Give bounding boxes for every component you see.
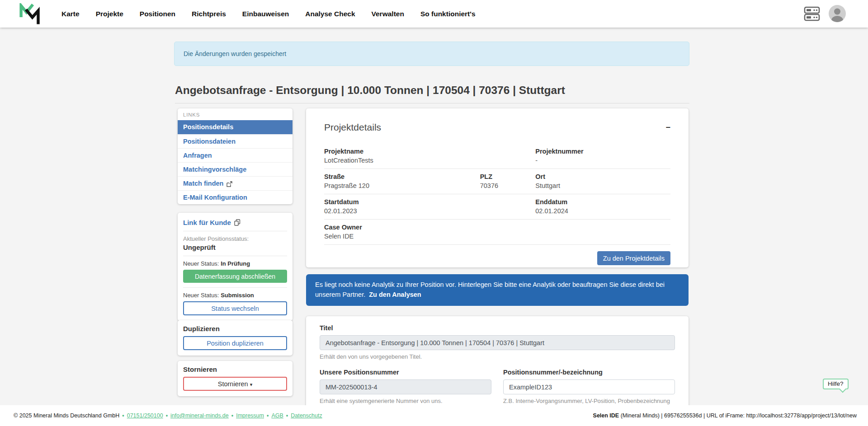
field-label: Ort	[535, 173, 670, 180]
footer-left: © 2025 Mineral Minds Deutschland GmbH • …	[14, 412, 322, 419]
cancel-card: Stornieren Stornieren▾	[178, 361, 292, 396]
sidebar-item-matchingvorschlaege[interactable]: Matchingvorschläge	[178, 162, 292, 176]
field-startdatum: Startdatum 02.01.2023	[324, 198, 535, 215]
footer-datenschutz-link[interactable]: Datenschutz	[291, 412, 322, 419]
nav-item-so-funktionierts[interactable]: So funktioniert's	[420, 10, 476, 18]
field-value: 70376	[480, 182, 536, 189]
nav-item-karte[interactable]: Karte	[61, 10, 80, 18]
new-status-label: Neuer Status:	[183, 292, 219, 299]
sidebar-item-positionsdateien[interactable]: Positionsdateien	[178, 134, 292, 148]
divider	[183, 287, 287, 288]
nav-item-analyse-check[interactable]: Analyse Check	[305, 10, 355, 18]
sidebar-item-label: Positionsdetails	[183, 120, 233, 134]
footer-separator: •	[122, 412, 124, 419]
top-navbar: Karte Projekte Positionen Richtpreis Ein…	[0, 0, 868, 28]
field-value: Stuttgart	[535, 182, 670, 189]
server-rack-icon[interactable]	[804, 6, 820, 21]
sidebar-item-positionsdetails[interactable]: Positionsdetails	[178, 120, 292, 134]
customer-link-label: Link für Kunde	[183, 219, 231, 226]
footer-separator: •	[267, 412, 269, 419]
collapse-icon[interactable]: −	[665, 123, 670, 131]
sidebar-item-label: E-Mail Konfiguration	[183, 191, 247, 205]
field-label: Enddatum	[535, 198, 670, 206]
caret-down-icon: ▾	[250, 382, 253, 387]
saved-alert-text: Die Änderungen wurden gespeichert	[184, 50, 286, 57]
field-label: Straße	[324, 173, 480, 180]
footer-separator: •	[286, 412, 288, 419]
go-to-project-details-button[interactable]: Zu den Projektdetails	[597, 251, 670, 265]
field-value: Pragstraße 120	[324, 182, 480, 189]
field-projektname: Projektname LotCreationTests	[324, 148, 535, 164]
footer-session-info: Selen IDE (Mineral Minds) | 69576255536d…	[593, 412, 857, 419]
saved-alert: Die Änderungen wurden gespeichert	[174, 42, 689, 66]
project-fields: Projektname LotCreationTests Projektnumm…	[324, 144, 670, 245]
duplicate-card: Duplizieren Position duplizieren	[178, 320, 292, 356]
title-field-label: Titel	[320, 324, 675, 332]
cancel-button-label: Stornieren	[218, 380, 248, 388]
help-button[interactable]: Hilfe?	[823, 379, 849, 389]
footer-copyright: © 2025 Mineral Minds Deutschland GmbH	[14, 412, 119, 419]
duplicate-card-title: Duplizieren	[183, 325, 287, 332]
field-label: Startdatum	[324, 198, 535, 206]
field-label: Case Owner	[324, 224, 670, 231]
new-status-label: Neuer Status:	[183, 260, 219, 267]
our-number-field	[320, 379, 491, 394]
custom-number-column: Positionsnummer/-bezeichnung Z.B. Intern…	[503, 369, 675, 404]
footer-impressum-link[interactable]: Impressum	[236, 412, 264, 419]
nav-item-richtpreis[interactable]: Richtpreis	[192, 10, 226, 18]
sidebar-item-label: Matchingvorschläge	[183, 163, 246, 177]
current-status-label: Aktueller Positionsstatus:	[183, 235, 287, 242]
new-status-value: Submission	[221, 292, 254, 299]
sidebar-item-label: Match finden	[183, 177, 223, 191]
project-details-title: Projektdetails	[324, 122, 381, 133]
field-value: LotCreationTests	[324, 157, 535, 164]
footer-session-details: (Mineral Minds) | 69576255536d | URL of …	[619, 412, 857, 419]
user-avatar-icon[interactable]	[829, 5, 846, 22]
mineral-minds-logo[interactable]	[19, 3, 41, 25]
nav-item-positionen[interactable]: Positionen	[140, 10, 175, 18]
analytics-banner: Es liegt noch keine Analytik zu Ihrer Po…	[306, 274, 689, 306]
current-status-value: Ungeprüft	[183, 243, 287, 256]
custom-number-field[interactable]	[503, 379, 675, 394]
nav-item-einbauweisen[interactable]: Einbauweisen	[242, 10, 289, 18]
custom-number-label: Positionsnummer/-bezeichnung	[503, 369, 675, 376]
customer-link[interactable]: Link für Kunde	[183, 217, 287, 231]
switch-status-button[interactable]: Status wechseln	[183, 301, 287, 315]
field-value: 02.01.2024	[535, 207, 670, 215]
sidebar-item-anfragen[interactable]: Anfragen	[178, 148, 292, 162]
complete-data-entry-button[interactable]: Datenerfassung abschließen	[183, 270, 287, 283]
new-status-value: In Prüfung	[221, 260, 250, 267]
new-status-line-2: Neuer Status: Submission	[183, 292, 287, 299]
sidebar-item-match-finden[interactable]: Match finden	[178, 176, 292, 190]
field-enddatum: Enddatum 02.01.2024	[535, 198, 670, 215]
cancel-dropdown-button[interactable]: Stornieren▾	[183, 377, 287, 391]
status-card: Link für Kunde Aktueller Positionsstatus…	[178, 213, 292, 321]
footer-separator: •	[166, 412, 168, 419]
footer-separator: •	[231, 412, 233, 419]
field-value: Selen IDE	[324, 233, 670, 240]
sidebar-item-label: Anfragen	[183, 149, 212, 163]
footer-email-link[interactable]: info@mineral-minds.de	[170, 412, 229, 419]
nav-item-verwalten[interactable]: Verwalten	[372, 10, 404, 18]
footer-user-name: Selen IDE	[593, 412, 619, 419]
sidebar-item-email-konfiguration[interactable]: E-Mail Konfiguration	[178, 190, 292, 204]
go-to-analyses-link[interactable]: Zu den Analysen	[369, 291, 421, 298]
page-title: Angebotsanfrage - Entsorgung | 10.000 To…	[175, 84, 689, 103]
analytics-banner-text: Es liegt noch keine Analytik zu Ihrer Po…	[315, 281, 665, 298]
footer-agb-link[interactable]: AGB	[271, 412, 283, 419]
field-label: Projektnummer	[535, 148, 670, 155]
cancel-card-title: Stornieren	[183, 365, 287, 373]
duplicate-position-button[interactable]: Position duplizieren	[183, 336, 287, 350]
main-menu: Karte Projekte Positionen Richtpreis Ein…	[61, 0, 476, 28]
field-label: Projektname	[324, 148, 535, 155]
our-number-column: Unsere Positionsnummer Erhält eine syste…	[320, 369, 491, 404]
our-number-label: Unsere Positionsnummer	[320, 369, 491, 376]
sidebar-links-card: LINKS Positionsdetails Positionsdateien …	[178, 108, 292, 204]
new-status-line-1: Neuer Status: In Prüfung	[183, 260, 287, 267]
field-strasse: Straße Pragstraße 120	[324, 173, 480, 189]
field-value: -	[535, 157, 670, 164]
title-field-helper: Erhält den von uns vorgegebenen Titel.	[320, 353, 675, 360]
sidebar-item-label: Positionsdateien	[183, 135, 236, 149]
footer-phone-link[interactable]: 07151/250100	[127, 412, 163, 419]
nav-item-projekte[interactable]: Projekte	[96, 10, 123, 18]
